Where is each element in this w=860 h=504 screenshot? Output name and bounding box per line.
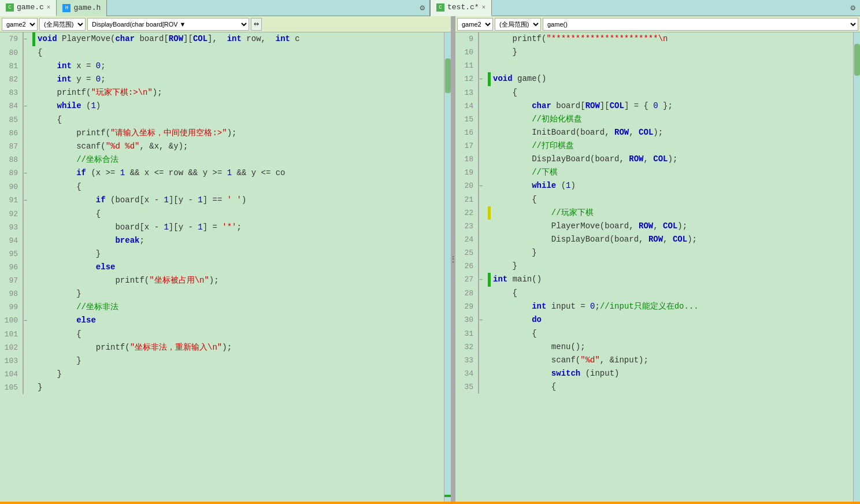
table-row: 81 int x = 0; [0,60,444,73]
code-line: printf("**********************\n [491,32,853,46]
left-code-area[interactable]: 79−void PlayerMove(char board[ROW][COL],… [0,32,451,502]
line-gutter [479,153,488,166]
line-gutter [23,234,32,247]
tab-game-h[interactable]: H game.h [57,0,107,16]
line-gutter [23,247,32,261]
split-toggle-btn[interactable]: ⇔ [251,18,262,31]
table-row: 27−int main() [455,273,853,287]
pane-divider[interactable]: ⋮ [451,16,455,502]
table-row: 95 } [0,247,444,261]
code-line: printf("玩家下棋:>\n"); [35,86,444,99]
table-row: 90 { [0,180,444,194]
table-row: 99 //坐标非法 [0,301,444,314]
settings-gear-left[interactable]: ⚙ [416,3,429,13]
line-gutter [479,327,488,340]
tab-game-c[interactable]: C game.c × [0,0,57,16]
code-line: void PlayerMove(char board[ROW][COL], in… [35,32,444,46]
line-number: 11 [455,59,479,72]
close-tab-test-c[interactable]: × [482,4,486,11]
line-gutter [479,260,488,273]
table-row: 9 printf("**********************\n [455,32,853,46]
settings-gear-right[interactable]: ⚙ [846,3,860,13]
line-gutter: − [479,179,488,193]
line-gutter [23,341,32,354]
line-number: 18 [455,153,479,166]
table-row: 79−void PlayerMove(char board[ROW][COL],… [0,32,444,46]
table-row: 86 printf("请输入坐标，中间使用空格:>"); [0,127,444,140]
fold-icon[interactable]: − [479,76,483,83]
line-gutter [23,328,32,341]
right-func-select[interactable]: game() [543,18,858,31]
left-scrollbar[interactable] [444,32,451,502]
line-gutter [479,340,488,354]
tab-test-c[interactable]: C test.c* × [431,0,492,16]
fold-icon[interactable]: − [479,277,483,283]
line-gutter [23,221,32,234]
code-line: { [491,193,853,206]
fold-icon[interactable]: − [479,183,483,190]
right-code-area[interactable]: 9 printf("**********************\n10 }11… [455,32,860,502]
table-row: 92 { [0,207,444,221]
line-gutter [23,140,32,153]
line-number: 101 [0,328,23,341]
fold-icon[interactable]: − [479,317,483,324]
fold-icon[interactable]: − [24,103,27,110]
file-icon-h: H [62,4,71,12]
code-line: { [35,180,444,194]
code-line: DisplayBoard(board, ROW, COL); [491,153,853,166]
right-range-select[interactable]: (全局范围) [495,18,541,31]
table-row: 84− while (1) [0,99,444,113]
editor-container: C game.c × H game.h ⚙ C test.c* × ⚙ [0,0,860,504]
line-gutter [479,32,488,46]
line-gutter [23,354,32,368]
code-line: while (1) [35,99,444,113]
table-row: 23 PlayerMove(board, ROW, COL); [455,220,853,233]
code-line: { [491,327,853,340]
line-gutter: − [479,72,488,86]
table-row: 33 scanf("%d", &input); [455,354,853,367]
fold-icon[interactable]: − [24,318,27,324]
code-line: //坐标合法 [35,153,444,166]
code-line: menu(); [491,340,853,354]
fold-icon[interactable]: − [24,198,27,204]
line-gutter: − [479,273,488,287]
line-number: 35 [455,380,479,394]
left-range-select[interactable]: (全局范围) [39,18,86,31]
table-row: 94 break; [0,234,444,247]
right-scope-select[interactable]: game2 [457,18,493,31]
line-gutter [479,380,488,394]
line-number: 83 [0,86,23,99]
table-row: 14 char board[ROW][COL] = { 0 }; [455,99,853,113]
right-scrollbar[interactable] [853,32,860,502]
fold-icon[interactable]: − [24,171,27,177]
line-gutter [23,287,32,301]
line-number: 89 [0,166,23,180]
line-gutter [479,139,488,153]
left-scrollbar-thumb[interactable] [445,58,451,93]
line-gutter [479,300,488,313]
line-number: 29 [455,300,479,313]
table-row: 20− while (1) [455,179,853,193]
code-line: InitBoard(board, ROW, COL); [491,126,853,139]
left-scope-select[interactable]: game2 [2,18,38,31]
code-line: { [491,86,853,99]
line-number: 99 [0,301,23,314]
code-line: } [491,260,853,273]
line-number: 102 [0,341,23,354]
table-row: 34 switch (input) [455,367,853,380]
line-gutter [479,354,488,367]
left-pane-toolbar: game2 (全局范围) DisplayBoard(char board[ROV… [0,16,451,32]
close-tab-game-c[interactable]: × [47,4,51,11]
table-row: 11 [455,59,853,72]
fold-icon[interactable]: − [24,36,27,43]
code-line: board[x - 1][y - 1] = '*'; [35,221,444,234]
left-func-select[interactable]: DisplayBoard(char board[ROV ▼ [87,18,249,31]
right-pane-toolbar: game2 (全局范围) game() [455,16,860,32]
line-number: 25 [455,246,479,260]
line-number: 85 [0,113,23,127]
code-line: break; [35,234,444,247]
left-pane: game2 (全局范围) DisplayBoard(char board[ROV… [0,16,451,502]
line-number: 12 [455,72,479,86]
tab-label-game-c: game.c [17,3,44,12]
right-scrollbar-thumb[interactable] [854,44,860,76]
